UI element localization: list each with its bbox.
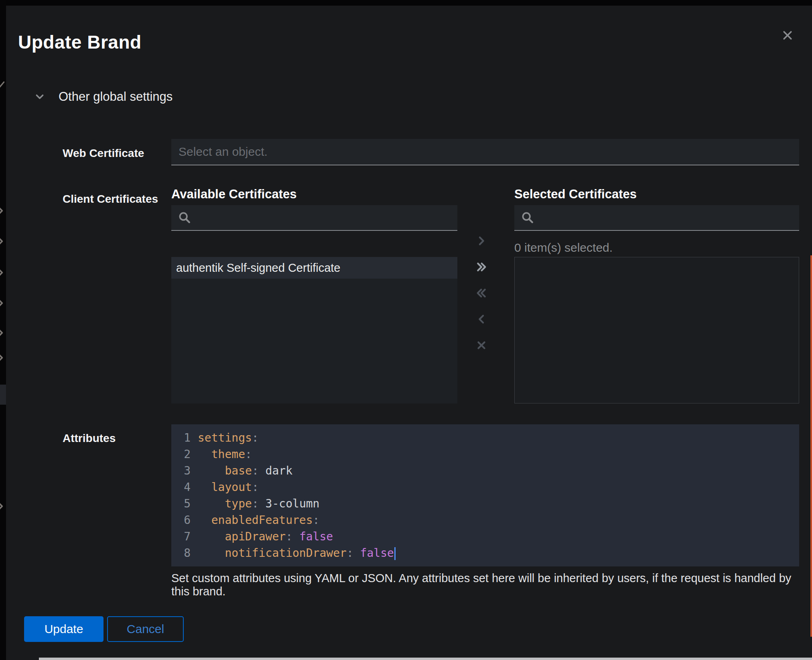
- search-icon: [521, 211, 534, 224]
- code-line: 7 apiDrawer: false: [171, 528, 799, 545]
- client-certificates-label: Client Certificates: [63, 193, 158, 206]
- update-button[interactable]: Update: [24, 616, 104, 642]
- available-list[interactable]: authentik Self-signed Certificate: [171, 257, 457, 403]
- selected-search: [514, 205, 799, 231]
- code-line: 3 base: dark: [171, 462, 799, 479]
- sidebar-chevron-icon: [0, 298, 6, 308]
- selected-search-input[interactable]: [540, 205, 799, 230]
- bottom-strip: [39, 658, 812, 660]
- available-certificates-header: Available Certificates: [171, 187, 296, 202]
- text-cursor: [394, 547, 396, 560]
- chevron-down-icon: [35, 92, 45, 102]
- angle-double-right-icon: [476, 261, 487, 273]
- available-search-input[interactable]: [197, 205, 457, 230]
- sidebar-chevron-icon: [0, 267, 6, 278]
- selected-list[interactable]: [514, 257, 799, 403]
- remove-all-button[interactable]: [469, 282, 494, 304]
- code-line: 2 theme:: [171, 446, 799, 462]
- clear-button[interactable]: [469, 334, 494, 356]
- alert-edge: [810, 255, 812, 637]
- available-search: [171, 205, 457, 231]
- attributes-help: Set custom attributes using YAML or JSON…: [171, 572, 797, 598]
- left-rail: [0, 0, 6, 660]
- screen: Update Brand Other global settings Web C…: [0, 0, 812, 660]
- sidebar-chevron-icon: [0, 236, 6, 246]
- check-icon: [0, 79, 6, 90]
- add-all-button[interactable]: [469, 256, 494, 278]
- times-icon: [476, 340, 487, 351]
- angle-left-icon: [476, 314, 487, 325]
- cancel-button[interactable]: Cancel: [107, 616, 184, 642]
- search-icon: [178, 211, 191, 224]
- sidebar-chevron-icon: [0, 501, 6, 511]
- transfer-controls: [469, 230, 494, 360]
- web-certificate-input[interactable]: [171, 139, 799, 165]
- code-line: 8 notificationDrawer: false: [171, 545, 799, 561]
- selected-count: 0 item(s) selected.: [514, 241, 613, 255]
- other-global-settings-expander[interactable]: Other global settings: [32, 89, 175, 104]
- expander-label: Other global settings: [59, 90, 173, 104]
- page-title: Update Brand: [18, 31, 142, 53]
- attributes-label: Attributes: [63, 432, 116, 445]
- angle-double-left-icon: [476, 287, 487, 299]
- sidebar-chevron-icon: [0, 352, 6, 363]
- code-line: 6 enabledFeatures:: [171, 512, 799, 528]
- close-button[interactable]: [772, 20, 803, 51]
- code-line: 1settings:: [171, 430, 799, 446]
- angle-right-icon: [476, 235, 487, 246]
- selected-certificates-header: Selected Certificates: [514, 187, 637, 202]
- sidebar-chevron-icon: [0, 328, 6, 338]
- web-certificate-label: Web Certificate: [63, 147, 144, 160]
- close-icon: [782, 29, 794, 41]
- attributes-editor[interactable]: 1settings:2 theme:3 base: dark4 layout:5…: [171, 424, 799, 566]
- add-selected-button[interactable]: [469, 230, 494, 252]
- remove-selected-button[interactable]: [469, 308, 494, 330]
- code-line: 5 type: 3-column: [171, 495, 799, 512]
- sidebar-active-item: [0, 385, 6, 405]
- sidebar-chevron-icon: [0, 206, 6, 216]
- code-line: 4 layout:: [171, 479, 799, 495]
- list-item[interactable]: authentik Self-signed Certificate: [171, 257, 457, 279]
